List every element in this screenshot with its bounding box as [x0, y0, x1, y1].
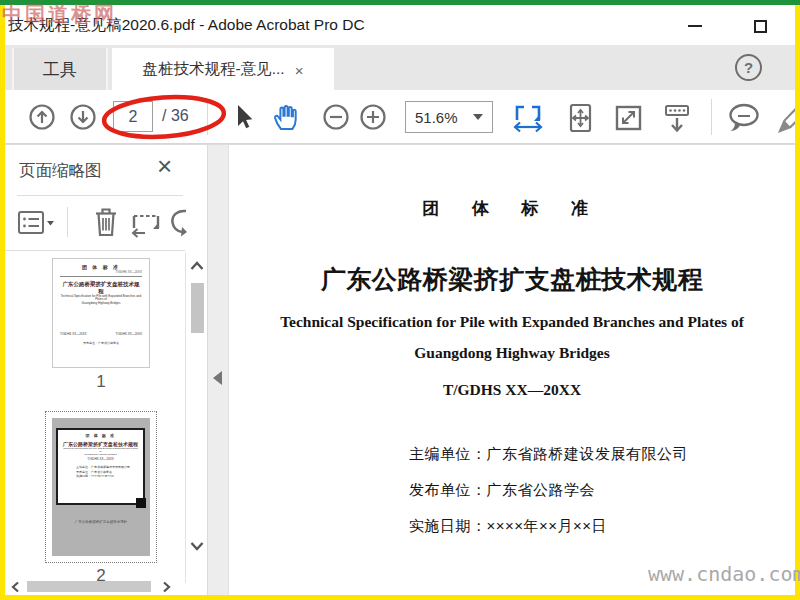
delete-page-button[interactable] — [91, 205, 121, 239]
rotate-page-button[interactable] — [167, 207, 193, 239]
thumbnail-page-1[interactable]: 团 体 标 准 T/GDHS XX—20XX 广东公路桥梁挤扩支盘桩技术规程 T… — [52, 258, 150, 368]
doc-title: 广东公路桥梁挤扩支盘桩技术规程 — [229, 263, 795, 296]
tab-document-label: 盘桩技术规程-意见... — [143, 59, 285, 80]
mini-standard-number: T/GDHS XX—20XX — [62, 458, 139, 462]
scroll-left-icon[interactable] — [9, 580, 25, 594]
main-area: 页面缩略图 × — [5, 144, 795, 595]
fit-page-button[interactable] — [563, 102, 597, 134]
thumbnail-vertical-scrollbar[interactable] — [185, 253, 207, 583]
collapse-panel-icon[interactable] — [213, 371, 222, 385]
scroll-right-icon[interactable] — [159, 580, 175, 594]
fit-width-button[interactable] — [511, 102, 545, 134]
tab-document[interactable]: 盘桩技术规程-意见... × — [112, 48, 334, 90]
help-button[interactable]: ? — [735, 54, 762, 81]
document-page[interactable]: 团 体 标 准 广东公路桥梁挤扩支盘桩技术规程 Technical Specif… — [229, 145, 795, 596]
maximize-icon — [754, 20, 767, 33]
comment-tool-button[interactable] — [725, 102, 763, 134]
thumbnail-page-2-selected[interactable]: 团 体 标 准 广东公路桥梁挤扩支盘桩技术规程 Technical Specif… — [45, 411, 157, 563]
arrow-up-circle-icon — [27, 102, 57, 132]
mini-title: 广东公路桥梁挤扩支盘桩技术规程 — [60, 281, 142, 295]
fit-width-icon — [511, 102, 545, 134]
mini-editor: T/GDHS XX—20XX — [60, 332, 87, 337]
window-frame-top — [0, 0, 800, 5]
window-title: 技术规程-意见稿2020.6.pdf - Adobe Acrobat Pro D… — [8, 15, 365, 36]
doc-implementation-date: 实施日期：××××年××月××日 — [409, 517, 688, 536]
arrow-down-circle-icon — [68, 102, 98, 132]
doc-publisher: 发布单位：广东省公路学会 — [409, 481, 688, 500]
mini-rule — [60, 276, 142, 277]
mini-subtitle2: Guangdong Highway Bridges — [62, 453, 139, 456]
mini-date-line: 实施日期：××××年××月××日 — [76, 474, 139, 479]
insert-page-icon — [129, 208, 163, 238]
thumbnail-2-caption: 广东公路桥梁挤扩支盘桩技术规程 — [52, 520, 150, 524]
thumbnail-2-page: 团 体 标 准 广东公路桥梁挤扩支盘桩技术规程 Technical Specif… — [52, 418, 150, 556]
hand-icon — [269, 102, 301, 132]
scroll-down-icon[interactable] — [189, 539, 205, 553]
doc-subtitle-en-2: Guangdong Highway Bridges — [229, 344, 795, 362]
zoom-out-button[interactable] — [321, 102, 351, 132]
panel-title: 页面缩略图 — [19, 160, 102, 182]
zoom-level-value: 51.6% — [415, 109, 458, 126]
full-screen-button[interactable] — [611, 102, 645, 134]
previous-page-button[interactable] — [27, 102, 57, 132]
divider — [17, 195, 183, 196]
main-toolbar: / 36 51.6% — [5, 90, 795, 144]
panel-collapse-gutter[interactable] — [207, 145, 229, 596]
zoom-in-button[interactable] — [358, 102, 388, 132]
doc-chief-editor: 主编单位：广东省路桥建设发展有限公司 — [409, 445, 688, 464]
tab-tools[interactable]: 工具 — [12, 48, 108, 90]
panel-close-button[interactable]: × — [157, 151, 172, 182]
minimize-icon — [688, 25, 702, 27]
scroll-up-icon[interactable] — [189, 259, 205, 273]
window-frame-bottom — [0, 595, 800, 600]
pen-icon — [773, 102, 795, 134]
title-bar: 技术规程-意见稿2020.6.pdf - Adobe Acrobat Pro D… — [5, 5, 795, 45]
doc-subtitle-en-1: Technical Specification for Pile with Ex… — [229, 313, 795, 331]
rotate-icon — [167, 207, 193, 239]
scrolling-mode-button[interactable] — [660, 102, 694, 134]
toolbar-separator — [207, 99, 208, 135]
horizontal-scroll-thumb[interactable] — [27, 581, 151, 592]
page-number-input[interactable] — [113, 101, 153, 132]
window-frame-left — [0, 0, 5, 600]
full-screen-icon — [611, 102, 645, 134]
maximize-button[interactable] — [745, 13, 775, 39]
divider — [5, 250, 185, 251]
window-frame-right — [795, 0, 800, 600]
panel-separator — [67, 207, 68, 237]
tab-close-icon[interactable]: × — [295, 63, 304, 78]
tab-tools-label: 工具 — [43, 58, 77, 81]
insert-page-button[interactable] — [129, 208, 163, 238]
thumbnails-panel: 页面缩略图 × — [5, 145, 207, 596]
mini-standard-number: T/GDHS XX—20XX — [60, 270, 142, 274]
doc-standard-number: T/GDHS XX—20XX — [229, 381, 795, 399]
mini-publisher: 发布单位：广东省公路学会 — [60, 342, 142, 346]
fit-page-icon — [563, 102, 597, 134]
acrobat-window: 技术规程-意见稿2020.6.pdf - Adobe Acrobat Pro D… — [0, 0, 800, 600]
zoom-level-select[interactable]: 51.6% — [405, 101, 493, 133]
scrolling-mode-icon — [660, 102, 694, 134]
page-total-label: / 36 — [162, 107, 189, 125]
chevron-down-icon — [473, 114, 483, 120]
toolbar-separator — [711, 99, 712, 135]
next-page-button[interactable] — [68, 102, 98, 132]
viewport-resize-handle[interactable] — [136, 498, 146, 508]
mini-spacer — [60, 306, 142, 332]
plus-circle-icon — [358, 102, 388, 132]
minimize-button[interactable] — [680, 13, 710, 39]
mini-header: 团 体 标 准 — [62, 433, 139, 438]
help-icon: ? — [744, 59, 753, 76]
highlight-tool-button[interactable] — [773, 102, 795, 134]
doc-standard-type: 团 体 标 准 — [229, 197, 795, 220]
tab-bar: 工具 盘桩技术规程-意见... × ? — [5, 45, 795, 90]
thumbnail-2-viewport[interactable]: 团 体 标 准 广东公路桥梁挤扩支盘桩技术规程 Technical Specif… — [56, 428, 145, 505]
doc-info-block: 主编单位：广东省路桥建设发展有限公司 发布单位：广东省公路学会 实施日期：×××… — [409, 445, 688, 553]
vertical-scroll-thumb[interactable] — [191, 283, 204, 333]
thumbnail-horizontal-scrollbar[interactable] — [7, 579, 185, 594]
select-tool-button[interactable] — [229, 102, 257, 132]
options-list-icon — [17, 209, 57, 237]
hand-tool-button[interactable] — [269, 102, 301, 132]
mini-editor-line: 主编单位：广东省路桥建设发展有限公司 — [76, 465, 139, 470]
thumbnail-options-button[interactable] — [17, 209, 57, 237]
trash-icon — [91, 205, 121, 239]
